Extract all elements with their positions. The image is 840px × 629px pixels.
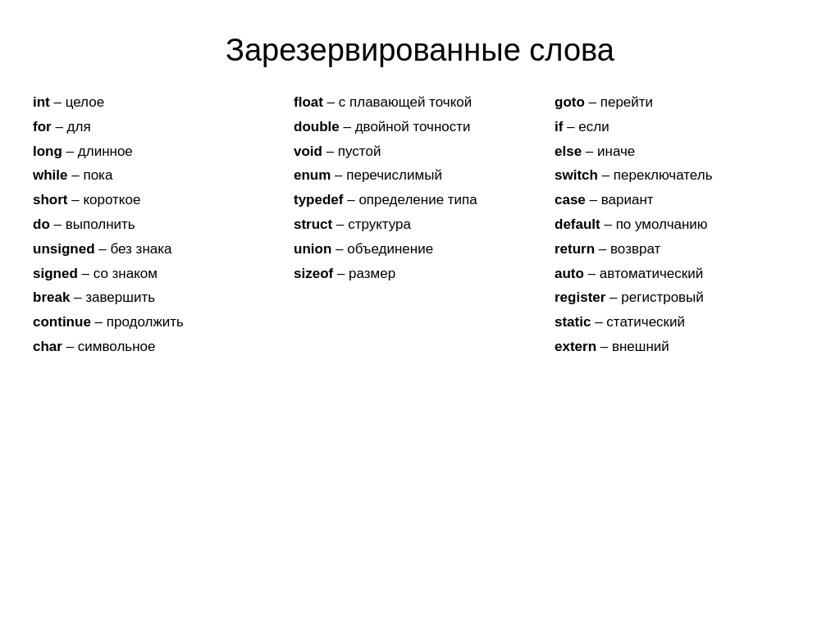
keyword: double bbox=[294, 119, 340, 134]
definition: автоматический bbox=[600, 266, 703, 281]
entry-col1-0: int – целое bbox=[33, 93, 277, 112]
definition: статический bbox=[606, 314, 685, 330]
keyword: case bbox=[555, 192, 586, 207]
definition: возврат bbox=[610, 241, 660, 257]
keyword: continue bbox=[33, 314, 91, 330]
content-area: int – целоеfor – дляlong – длинноеwhile … bbox=[33, 93, 807, 362]
keyword: break bbox=[33, 289, 70, 305]
entry-col3-9: static – статический bbox=[555, 312, 799, 332]
separator: – bbox=[600, 217, 616, 232]
separator: – bbox=[605, 289, 621, 305]
entry-col3-7: auto – автоматический bbox=[555, 264, 799, 284]
entry-col3-5: default – по умолчанию bbox=[555, 215, 799, 235]
keyword: default bbox=[555, 217, 600, 232]
definition: с плавающей точкой bbox=[339, 94, 472, 110]
definition: переключатель bbox=[614, 167, 713, 183]
entry-col3-1: if – если bbox=[555, 117, 799, 137]
keyword: goto bbox=[555, 94, 585, 110]
entry-col2-1: double – двойной точности bbox=[294, 117, 538, 137]
page-title: Зарезервированные слова bbox=[33, 33, 807, 68]
separator: – bbox=[95, 241, 111, 257]
entry-col2-0: float – с плавающей точкой bbox=[294, 93, 538, 112]
separator: – bbox=[586, 192, 601, 207]
keyword: void bbox=[294, 144, 322, 159]
keyword: auto bbox=[555, 266, 584, 281]
entry-col2-2: void – пустой bbox=[294, 142, 538, 162]
definition: для bbox=[67, 119, 91, 134]
keyword: unsigned bbox=[33, 241, 95, 257]
entry-col2-3: enum – перечислимый bbox=[294, 166, 538, 185]
entry-col1-10: char – символьное bbox=[33, 337, 277, 357]
keyword: switch bbox=[555, 167, 598, 183]
separator: – bbox=[596, 339, 612, 354]
definition: целое bbox=[66, 94, 104, 110]
separator: – bbox=[595, 241, 610, 257]
keyword: return bbox=[555, 241, 595, 257]
separator: – bbox=[332, 217, 348, 232]
keyword: long bbox=[33, 144, 62, 159]
keyword: char bbox=[33, 339, 62, 354]
separator: – bbox=[50, 217, 66, 232]
keyword: sizeof bbox=[294, 266, 333, 281]
keyword: typedef bbox=[294, 192, 343, 207]
column-2: float – с плавающей точкойdouble – двойн… bbox=[285, 93, 546, 288]
separator: – bbox=[331, 167, 346, 183]
entry-col1-4: short – короткое bbox=[33, 190, 277, 210]
entry-col1-6: unsigned – без знака bbox=[33, 239, 277, 259]
definition: короткое bbox=[83, 192, 140, 207]
entry-col2-4: typedef – определение типа bbox=[294, 190, 538, 210]
separator: – bbox=[591, 314, 606, 330]
keyword: float bbox=[294, 94, 323, 110]
separator: – bbox=[322, 144, 338, 159]
definition: перейти bbox=[600, 94, 653, 110]
definition: по умолчанию bbox=[616, 217, 708, 232]
definition: символьное bbox=[78, 339, 156, 354]
definition: выполнить bbox=[66, 217, 135, 232]
separator: – bbox=[68, 192, 84, 207]
definition: без знака bbox=[110, 241, 171, 257]
entry-col3-10: extern – внешний bbox=[555, 337, 799, 357]
definition: со знаком bbox=[94, 266, 158, 281]
keyword: for bbox=[33, 119, 52, 134]
separator: – bbox=[333, 266, 349, 281]
definition: если bbox=[578, 119, 609, 134]
definition: объединение bbox=[347, 241, 433, 257]
keyword: signed bbox=[33, 266, 78, 281]
separator: – bbox=[340, 119, 355, 134]
separator: – bbox=[52, 119, 67, 134]
entry-col1-3: while – пока bbox=[33, 166, 277, 185]
separator: – bbox=[585, 94, 600, 110]
separator: – bbox=[78, 266, 94, 281]
entry-col1-2: long – длинное bbox=[33, 142, 277, 162]
definition: продолжить bbox=[107, 314, 184, 330]
separator: – bbox=[50, 94, 66, 110]
entry-col2-7: sizeof – размер bbox=[294, 264, 538, 284]
keyword: register bbox=[555, 289, 605, 305]
separator: – bbox=[68, 167, 84, 183]
entry-col3-3: switch – переключатель bbox=[555, 166, 799, 185]
keyword: union bbox=[294, 241, 331, 257]
definition: двойной точности bbox=[355, 119, 471, 134]
keyword: short bbox=[33, 192, 68, 207]
separator: – bbox=[62, 144, 78, 159]
column-3: goto – перейтиif – еслиelse – иначеswitc… bbox=[546, 93, 807, 362]
entry-col3-0: goto – перейти bbox=[555, 93, 799, 112]
separator: – bbox=[70, 289, 85, 305]
keyword: struct bbox=[294, 217, 332, 232]
definition: пока bbox=[83, 167, 112, 183]
keyword: static bbox=[555, 314, 591, 330]
entry-col3-8: register – регистровый bbox=[555, 288, 799, 308]
separator: – bbox=[62, 339, 78, 354]
entry-col1-7: signed – со знаком bbox=[33, 264, 277, 284]
separator: – bbox=[584, 266, 600, 281]
separator: – bbox=[343, 192, 358, 207]
definition: иначе bbox=[597, 144, 635, 159]
entry-col2-6: union – объединение bbox=[294, 239, 538, 259]
definition: определение типа bbox=[358, 192, 477, 207]
entry-col1-8: break – завершить bbox=[33, 288, 277, 308]
separator: – bbox=[331, 241, 347, 257]
definition: структура bbox=[348, 217, 411, 232]
keyword: else bbox=[555, 144, 582, 159]
entry-col1-9: continue – продолжить bbox=[33, 312, 277, 332]
entry-col3-4: case – вариант bbox=[555, 190, 799, 210]
